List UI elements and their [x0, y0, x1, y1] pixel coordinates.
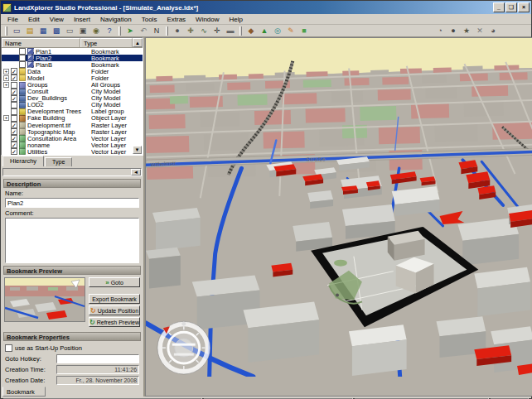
menu-view[interactable]: View — [45, 15, 69, 24]
tab-bookmark[interactable]: Bookmark — [2, 387, 46, 397]
layer-checkbox[interactable]: ✓ — [11, 68, 17, 75]
sphere-icon[interactable]: ● — [447, 26, 459, 36]
object-layer-icon — [19, 115, 26, 122]
print-icon[interactable]: ▭ — [64, 26, 75, 36]
toolbar: ▭▤▦▩▭▣◉?➤↶N●✚∿✛▬◆▲◎✎■◔●★✕◕ — [1, 25, 531, 37]
pan-icon[interactable]: ✛ — [211, 26, 223, 36]
expander-icon[interactable]: + — [3, 69, 9, 75]
edit-icon[interactable]: ✎ — [285, 26, 297, 36]
bookmark-preview-thumbnail — [4, 277, 85, 322]
app-window: LandXplorer Studio Professional - [Simul… — [0, 0, 532, 399]
goto-hotkey-field[interactable] — [56, 354, 139, 363]
viewport-3d[interactable]: Wilhelmstr. Straße — [145, 37, 532, 397]
comment-textarea[interactable] — [5, 218, 139, 263]
layer-checkbox[interactable]: ✓ — [11, 142, 17, 148]
undo-view-icon[interactable]: ↶ — [138, 26, 149, 36]
menu-file[interactable]: File — [2, 15, 23, 24]
fill-icon[interactable]: ◆ — [245, 26, 257, 36]
city-model-icon — [19, 102, 26, 108]
expander-icon — [3, 142, 9, 148]
fly-navigation-icon[interactable]: ➤ — [124, 26, 136, 36]
raster-layer-icon — [19, 122, 26, 128]
button-label: Refresh Preview — [97, 320, 139, 325]
expander-icon[interactable]: + — [3, 82, 9, 88]
layer-checkbox[interactable]: ✓ — [11, 128, 17, 135]
tree-header: Name Type ▲ — [2, 38, 143, 48]
layer-checkbox[interactable] — [11, 115, 17, 122]
startup-position-checkbox[interactable] — [5, 344, 12, 352]
groups-icon — [19, 82, 26, 89]
layer-checkbox[interactable]: ✓ — [11, 89, 17, 95]
favorite-icon[interactable]: ★ — [461, 26, 472, 36]
description-header: Description — [3, 179, 141, 188]
layer-checkbox[interactable] — [11, 82, 17, 89]
measure-icon[interactable]: ∿ — [198, 26, 210, 36]
name-field[interactable]: Plan2 — [5, 198, 139, 208]
expander-icon[interactable]: + — [3, 115, 9, 121]
layer-checkbox[interactable]: ✓ — [11, 122, 17, 128]
menu-edit[interactable]: Edit — [23, 15, 45, 24]
grab-icon[interactable]: ✚ — [185, 26, 196, 36]
layer-checkbox[interactable] — [11, 108, 17, 115]
export-bookmark-button[interactable]: Export Bookmark — [89, 294, 140, 304]
tab-hierarchy[interactable]: Hierarchy — [2, 156, 44, 166]
column-header-name[interactable]: Name — [2, 38, 80, 47]
splitter-arrow-button[interactable]: ◄ — [131, 169, 141, 175]
goto-button[interactable]: »Goto — [89, 277, 140, 287]
update-position-button[interactable]: ↻Update Position — [89, 305, 140, 315]
layer-panel: Name Type ▲ Plan1BookmarkPlan2BookmarkPl… — [1, 37, 145, 397]
close-button[interactable]: × — [518, 2, 530, 12]
refresh-preview-button[interactable]: ↻Refresh Preview — [89, 317, 140, 327]
creation-time-label: Creation Time: — [5, 366, 56, 373]
toolbar-grip — [5, 26, 7, 36]
minimize-button[interactable]: _ — [493, 2, 505, 12]
column-header-type[interactable]: Type — [80, 38, 133, 47]
layer-checkbox[interactable] — [19, 55, 26, 61]
menu-insert[interactable]: Insert — [69, 15, 95, 24]
screenshot-icon[interactable]: ▣ — [77, 26, 89, 36]
expander-icon[interactable]: + — [3, 75, 9, 81]
globe-icon[interactable]: ◎ — [272, 26, 283, 36]
raster-layer-icon — [19, 128, 26, 135]
bookmark-icon — [27, 55, 34, 61]
restore-button[interactable]: ❏ — [505, 2, 517, 12]
help-icon[interactable]: ? — [104, 26, 115, 36]
flatten-icon[interactable]: ▬ — [225, 26, 236, 36]
new-file-icon[interactable]: ▭ — [11, 26, 22, 36]
title-bar[interactable]: LandXplorer Studio Professional - [Simul… — [1, 1, 531, 14]
tree-scroll-up-button[interactable]: ▲ — [133, 38, 143, 47]
creation-date-label: Creation Date: — [5, 377, 56, 384]
model-box-icon[interactable]: ■ — [298, 26, 310, 36]
layer-checkbox[interactable] — [19, 48, 26, 55]
tree-row-utilities[interactable]: ✓UtilitiesVector Layer — [2, 148, 143, 155]
layer-name: Utilities — [27, 148, 91, 156]
shade-icon[interactable]: ◔ — [434, 26, 446, 36]
texture-icon[interactable]: ◕ — [487, 26, 499, 36]
terrain-icon[interactable]: ▲ — [259, 26, 270, 36]
lock-icon[interactable]: ◉ — [90, 26, 102, 36]
save-all-icon[interactable]: ▩ — [51, 26, 62, 36]
menu-navigation[interactable]: Navigation — [95, 15, 137, 24]
layer-checkbox[interactable] — [11, 102, 17, 108]
vector-layer-icon — [19, 135, 26, 142]
menu-tools[interactable]: Tools — [137, 15, 162, 24]
menu-window[interactable]: Window — [191, 15, 224, 24]
orbit-icon[interactable]: ● — [172, 26, 183, 36]
delete-icon[interactable]: ✕ — [474, 26, 486, 36]
menu-extras[interactable]: Extras — [162, 15, 191, 24]
compass-widget[interactable] — [157, 321, 210, 374]
open-folder-icon[interactable]: ▤ — [24, 26, 36, 36]
tree-scroll-down-button[interactable]: ▼ — [133, 146, 142, 154]
layer-checkbox[interactable]: ✓ — [11, 148, 17, 155]
menu-help[interactable]: Help — [225, 15, 248, 24]
goto-arrows-icon: » — [105, 279, 109, 286]
save-icon[interactable]: ▦ — [37, 26, 49, 36]
tab-type[interactable]: Type — [45, 157, 72, 166]
layer-checkbox[interactable]: ✓ — [11, 75, 17, 81]
layer-checkbox[interactable]: ✓ — [11, 135, 17, 142]
layer-checkbox[interactable]: ✓ — [11, 95, 17, 102]
north-arrow-icon[interactable]: N — [151, 26, 162, 36]
expander-icon — [3, 129, 9, 135]
layer-checkbox[interactable] — [19, 61, 26, 68]
panel-splitter[interactable]: ◄ — [2, 168, 142, 176]
